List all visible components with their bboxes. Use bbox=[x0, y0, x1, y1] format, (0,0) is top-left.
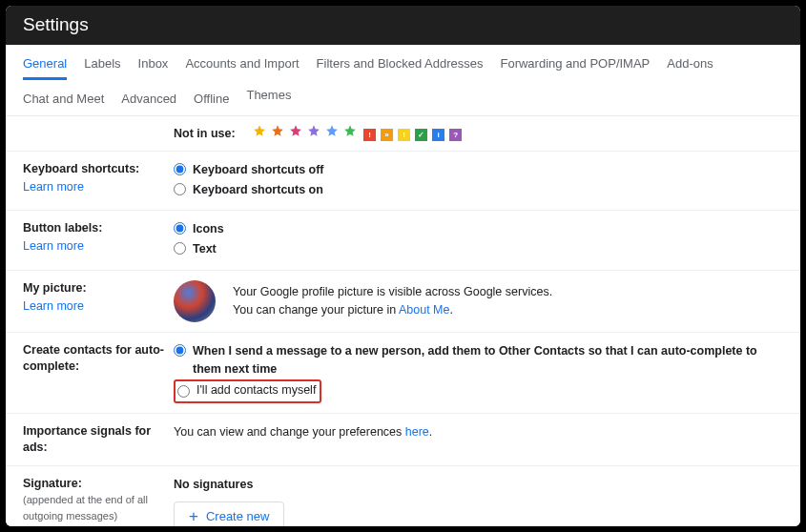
contacts-manual-label: I'll add contacts myself bbox=[196, 381, 316, 399]
button-icons-radio[interactable] bbox=[174, 222, 186, 235]
importance-label: Importance signals for ads: bbox=[23, 423, 174, 456]
about-me-link[interactable]: About Me bbox=[399, 303, 450, 317]
create-new-signature-button[interactable]: + Create new bbox=[174, 501, 284, 527]
button-labels-learn-more-link[interactable]: Learn more bbox=[23, 238, 174, 255]
signature-learn-more-link[interactable]: Learn more bbox=[23, 525, 174, 526]
tab-general[interactable]: General bbox=[23, 45, 67, 80]
contacts-manual-highlight: I'll add contacts myself bbox=[174, 379, 321, 403]
marker-icon[interactable]: ? bbox=[449, 129, 462, 141]
settings-content: Not in use: !»!✓i? Keyboard shortcuts: L… bbox=[6, 116, 800, 526]
contacts-auto-label: When I send a message to a new person, a… bbox=[193, 342, 783, 379]
tab-offline[interactable]: Offline bbox=[194, 80, 229, 115]
button-icons-label: Icons bbox=[193, 220, 224, 238]
page-title: Settings bbox=[6, 6, 800, 45]
keyboard-on-radio[interactable] bbox=[174, 183, 186, 195]
tab-themes[interactable]: Themes bbox=[246, 80, 291, 115]
not-in-use-label: Not in use: bbox=[174, 125, 236, 143]
tab-inbox[interactable]: Inbox bbox=[138, 45, 169, 80]
star-icon[interactable] bbox=[271, 124, 284, 137]
marker-icon[interactable]: ! bbox=[363, 129, 376, 141]
my-picture-label: My picture: Learn more bbox=[23, 280, 174, 315]
contacts-auto-radio[interactable] bbox=[174, 344, 186, 357]
no-signatures-text: No signatures bbox=[174, 476, 783, 494]
keyboard-shortcuts-label: Keyboard shortcuts: Learn more bbox=[23, 161, 174, 195]
signature-label: Signature: (appended at the end of all o… bbox=[23, 476, 174, 526]
marker-icon[interactable]: i bbox=[432, 129, 444, 141]
my-picture-learn-more-link[interactable]: Learn more bbox=[23, 298, 174, 315]
tab-labels[interactable]: Labels bbox=[84, 45, 120, 80]
keyboard-off-radio[interactable] bbox=[174, 163, 186, 175]
star-icon[interactable] bbox=[289, 124, 302, 137]
tab-advanced[interactable]: Advanced bbox=[121, 80, 176, 115]
importance-here-link[interactable]: here bbox=[405, 425, 429, 439]
button-text-label: Text bbox=[193, 240, 217, 258]
keyboard-off-label: Keyboard shortcuts off bbox=[193, 161, 324, 179]
tab-accounts[interactable]: Accounts and Import bbox=[185, 45, 299, 80]
button-text-radio[interactable] bbox=[174, 242, 186, 255]
contacts-manual-radio[interactable] bbox=[177, 385, 190, 398]
button-labels-label: Button labels: Learn more bbox=[23, 220, 174, 255]
contacts-label: Create contacts for auto-complete: bbox=[23, 342, 174, 375]
tab-chat[interactable]: Chat and Meet bbox=[23, 80, 104, 115]
importance-body: You can view and change your preferences… bbox=[174, 423, 783, 441]
star-icon[interactable] bbox=[253, 124, 266, 137]
marker-icon[interactable]: ✓ bbox=[415, 129, 427, 141]
star-icon[interactable] bbox=[325, 124, 339, 137]
tab-forwarding[interactable]: Forwarding and POP/IMAP bbox=[500, 45, 650, 80]
star-icon[interactable] bbox=[307, 124, 320, 137]
marker-icon[interactable]: » bbox=[381, 129, 393, 141]
marker-icon[interactable]: ! bbox=[398, 129, 410, 141]
tab-addons[interactable]: Add-ons bbox=[667, 45, 713, 80]
keyboard-on-label: Keyboard shortcuts on bbox=[193, 181, 323, 199]
star-icon[interactable] bbox=[343, 124, 357, 137]
avatar[interactable] bbox=[174, 280, 216, 322]
tabs: General Labels Inbox Accounts and Import… bbox=[6, 45, 800, 116]
stars-not-in-use-row: Not in use: !»!✓i? bbox=[174, 124, 783, 143]
plus-icon: + bbox=[189, 510, 198, 522]
picture-desc-line1: Your Google profile picture is visible a… bbox=[233, 283, 552, 301]
picture-desc-line2: You can change your picture in About Me. bbox=[233, 301, 552, 319]
tab-filters[interactable]: Filters and Blocked Addresses bbox=[317, 45, 484, 80]
keyboard-learn-more-link[interactable]: Learn more bbox=[23, 179, 174, 195]
